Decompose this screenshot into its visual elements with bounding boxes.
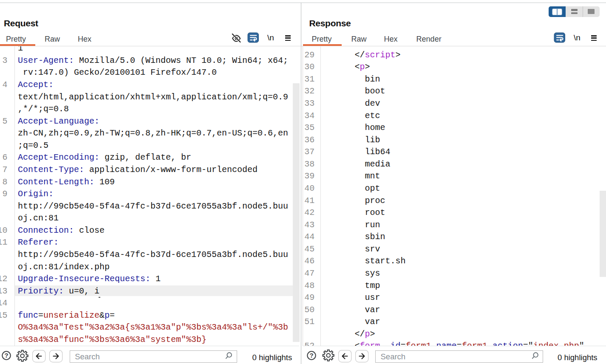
svg-text:?: ? [5,352,8,359]
svg-text:?: ? [309,352,313,359]
